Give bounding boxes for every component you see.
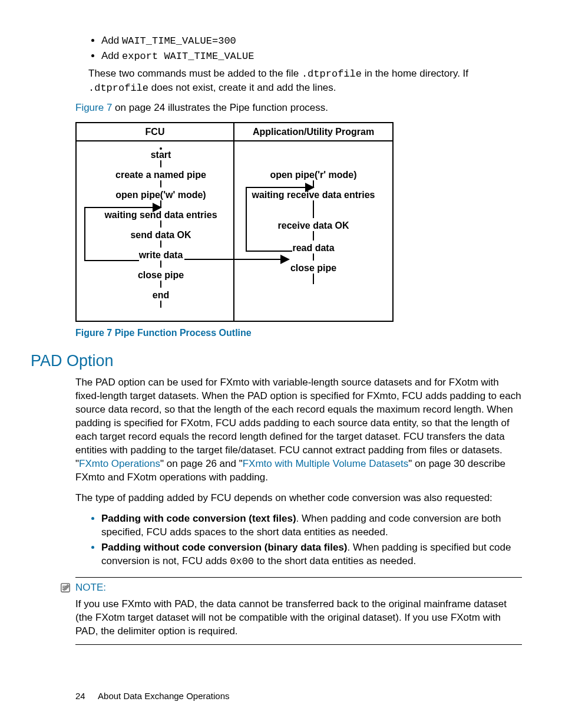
diagram-header-app: Application/Utility Program — [234, 123, 393, 141]
flow-step: waiting send data entries — [104, 210, 217, 220]
note-body: If you use FXmto with PAD, the data cann… — [75, 598, 522, 638]
footer-title: About Data Exchange Operations — [98, 691, 229, 701]
text: The PAD option can be used for FXmto wit… — [75, 377, 521, 469]
note-rule-bottom — [75, 644, 522, 645]
pad-para-2: The type of padding added by FCU depends… — [75, 492, 522, 505]
flow-step: receive data OK — [278, 220, 349, 230]
pipe-diagram: FCU Application/Utility Program — [75, 122, 394, 322]
figure-link[interactable]: Figure 7 — [75, 102, 112, 113]
note-rule-top — [75, 577, 522, 578]
flow-step: start — [151, 150, 171, 160]
flow-step: close pipe — [138, 270, 184, 280]
note-icon — [60, 582, 71, 593]
bullet-text: to the short data entities as needed. — [254, 555, 416, 566]
fxmto-operations-link[interactable]: FXmto Operations — [79, 458, 160, 469]
fxmto-multi-vol-link[interactable]: FXmto with Multiple Volume Datasets — [243, 458, 409, 469]
flow-step: close pipe — [290, 263, 336, 273]
note-label: NOTE: — [75, 581, 106, 595]
flow-step: create a named pipe — [115, 170, 206, 180]
padding-item: Padding with code conversion (text files… — [101, 512, 522, 539]
code: .dtprofile — [302, 68, 362, 80]
command-item: Add WAIT_TIME_VALUE=300 — [101, 34, 522, 48]
figure-reference: Figure 7 on page 24 illustrates the Pipe… — [75, 101, 522, 115]
flow-step: send data OK — [130, 230, 191, 240]
command-code: export WAIT_TIME_VALUE — [122, 51, 254, 62]
pad-para-1: The PAD option can be used for FXmto wit… — [75, 376, 522, 485]
add-prefix: Add — [101, 35, 122, 46]
app-flow-svg: open pipe('r' mode) waiting receive data… — [234, 145, 392, 316]
diagram-right-cell: open pipe('r' mode) waiting receive data… — [234, 141, 393, 321]
text: These two commands must be added to the … — [88, 68, 302, 79]
text: does not exist, create it and add the li… — [148, 82, 336, 93]
page-number: 24 — [75, 691, 85, 701]
diagram-left-cell: start create a named pipe open pipe('w' … — [76, 141, 234, 321]
add-prefix: Add — [101, 50, 122, 61]
code: 0x00 — [230, 556, 254, 567]
page-footer: 24 About Data Exchange Operations — [75, 690, 230, 702]
flow-step: read data — [292, 243, 334, 253]
page: Add WAIT_TIME_VALUE=300 Add export WAIT_… — [0, 0, 562, 728]
command-note: These two commands must be added to the … — [88, 67, 522, 95]
fcu-flow-svg: start create a named pipe open pipe('w' … — [77, 145, 233, 316]
padding-item: Padding without code conversion (binary … — [101, 541, 522, 569]
flow-step: write data — [138, 250, 183, 260]
text: " on page 26 and " — [160, 458, 243, 469]
flow-step: open pipe('r' mode) — [270, 170, 356, 180]
flow-step: end — [153, 290, 169, 300]
command-item: Add export WAIT_TIME_VALUE — [101, 50, 522, 64]
flow-step: open pipe('w' mode) — [115, 190, 206, 200]
padding-list: Padding with code conversion (text files… — [101, 512, 522, 569]
note-header: NOTE: — [60, 581, 522, 595]
command-code: WAIT_TIME_VALUE=300 — [122, 35, 236, 47]
bullet-bold: Padding with code conversion (text files… — [101, 513, 296, 524]
pad-option-heading: PAD Option — [31, 350, 522, 371]
text: in the home directory. If — [362, 68, 468, 79]
diagram-header-fcu: FCU — [76, 123, 234, 141]
code: .dtprofile — [88, 83, 148, 94]
command-list: Add WAIT_TIME_VALUE=300 Add export WAIT_… — [101, 34, 522, 64]
text: on page 24 illustrates the Pipe function… — [112, 102, 328, 113]
bullet-bold: Padding without code conversion (binary … — [101, 542, 348, 553]
figure-caption: Figure 7 Pipe Function Process Outline — [75, 327, 522, 340]
flow-step: waiting receive data entries — [252, 190, 375, 200]
